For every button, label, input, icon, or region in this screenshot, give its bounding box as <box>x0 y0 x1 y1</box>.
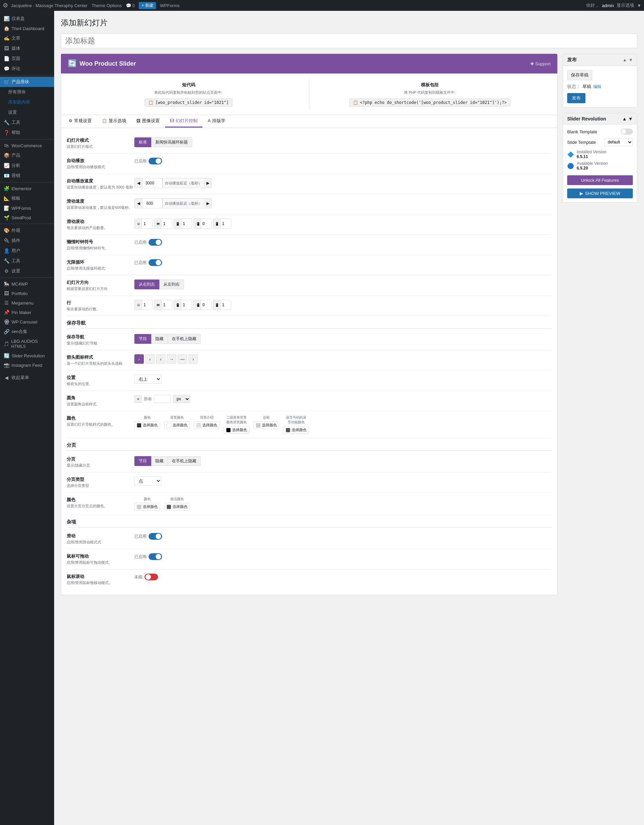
sidebar-item-wpforms[interactable]: 📝 WPForms <box>0 203 54 213</box>
nav-mobile-hide-btn[interactable]: 在手机上隐藏 <box>168 334 201 344</box>
direction-rtl-btn[interactable]: 从右到左 <box>134 280 159 289</box>
sidebar-item-elementor[interactable]: 🧩 Elementor <box>0 184 54 193</box>
sidebar-item-wp-carousel[interactable]: 🎡 WP Carousel <box>0 317 54 326</box>
tab-image[interactable]: 🖼 图像设置 <box>132 115 164 128</box>
sidebar-item-seo[interactable]: 🔗 seo合集 <box>0 326 54 337</box>
arrow-style-6-btn[interactable]: › <box>188 354 198 364</box>
sidebar-item-slider-revolution[interactable]: 🔄 Slider Revolution <box>0 351 54 360</box>
lazy-load-toggle[interactable] <box>148 239 162 246</box>
expand-rev-icon[interactable]: ▼ <box>628 116 633 122</box>
pag-color-btn-1[interactable]: 选择颜色 <box>134 503 160 511</box>
site-name[interactable]: Jacqueline · Massage Theraphy Center <box>11 3 88 8</box>
sidebar-item-plugins[interactable]: 🔌 插件 <box>0 235 54 246</box>
sidebar-item-slider[interactable]: 🛒 产品滑块 <box>0 77 54 87</box>
position-select[interactable]: 右上 左上 右下 左下 中间 <box>134 375 161 384</box>
username-text[interactable]: admin <box>602 3 614 8</box>
sidebar-item-posts[interactable]: ✍ 文章 <box>0 33 54 43</box>
tab-slide-control[interactable]: 🎞 幻灯片控制 <box>165 115 202 128</box>
border-radius-unit-select[interactable]: px em % <box>173 395 190 403</box>
template-copy-btn[interactable]: 📋 <?php echo do_shortcode('[woo_product_… <box>349 99 510 107</box>
sidebar-item-instagram-feed[interactable]: 📸 Instagram Feed <box>0 360 54 370</box>
sidebar-item-the4[interactable]: 🏠 The4 Dashboard <box>0 24 54 33</box>
support-link[interactable]: ✚ Support <box>530 61 551 66</box>
tab-display[interactable]: 📋 显示选项 <box>97 115 131 128</box>
rows-tablet2-input[interactable] <box>201 300 211 310</box>
rows-mobile-input[interactable] <box>221 300 231 310</box>
scroll-move-tablet-input[interactable] <box>181 219 192 229</box>
arrow-style-3-btn[interactable]: › <box>156 354 165 364</box>
mouse-drag-toggle[interactable] <box>148 553 162 560</box>
swipe-toggle[interactable] <box>148 533 162 540</box>
theme-options[interactable]: Theme Options <box>92 3 122 8</box>
nav-show-btn[interactable]: 节目 <box>134 334 151 344</box>
sidebar-item-woocommerce[interactable]: 🛍 WooCommerce <box>0 141 54 150</box>
publish-btn[interactable]: 发布 <box>567 93 585 103</box>
color-btn-6[interactable]: 选择颜色 <box>283 426 309 434</box>
sidebar-item-help[interactable]: ❓ 帮助 <box>0 128 54 138</box>
scroll-speed-increment-btn[interactable]: ▶ <box>204 199 212 208</box>
pagination-type-select[interactable]: 点 数字 线条 <box>134 476 161 485</box>
scroll-move-tablet2-input[interactable] <box>201 219 211 229</box>
title-input[interactable] <box>61 34 637 48</box>
sidebar-item-appearance[interactable]: 🎨 外观 <box>0 226 54 235</box>
collapse-rev-icon[interactable]: ▲ <box>622 116 627 122</box>
direction-ltr-btn[interactable]: 从左到右 <box>159 280 184 289</box>
sidebar-item-add-content[interactable]: 添加新内容 <box>0 97 54 107</box>
arrow-style-1-btn[interactable]: › <box>134 354 144 364</box>
slide-mode-ticker-btn[interactable]: 新闻快讯循环标题 <box>151 138 192 147</box>
sidebar-item-users[interactable]: 👤 用户 <box>0 246 54 256</box>
sidebar-item-tools[interactable]: 🔧 工具 <box>0 117 54 128</box>
rows-tablet-input[interactable] <box>181 300 192 310</box>
sidebar-item-megamenu[interactable]: ☰ Megamenu <box>0 298 54 307</box>
comments-link[interactable]: 💬 0 <box>126 3 135 8</box>
tab-general[interactable]: ⚙ 常规设置 <box>64 115 96 128</box>
sidebar-item-analytics[interactable]: 📈 分析 <box>0 161 54 170</box>
sidebar-item-dashboard[interactable]: 📊 仪表盘 <box>0 14 54 24</box>
slide-mode-standard-btn[interactable]: 标准 <box>134 138 151 147</box>
sidebar-item-products[interactable]: 📦 产品 <box>0 150 54 161</box>
nav-hide-btn[interactable]: 隐藏 <box>151 334 168 344</box>
scroll-speed-input[interactable] <box>142 199 162 208</box>
rows-laptop-input[interactable] <box>162 300 172 310</box>
wpforms-link[interactable]: WPForms <box>160 3 180 8</box>
autoplay-speed-increment-btn[interactable]: ▶ <box>204 178 212 188</box>
status-edit-link[interactable]: 编辑 <box>593 84 601 90</box>
pag-color-btn-2[interactable]: 选择颜色 <box>164 503 190 511</box>
color-btn-1[interactable]: 选择颜色 <box>134 421 160 429</box>
expand-publish-icon[interactable]: ▼ <box>629 57 633 62</box>
sidebar-item-templates[interactable]: 📐 模板 <box>0 193 54 203</box>
blank-template-toggle[interactable] <box>621 128 633 135</box>
scroll-speed-decrement-btn[interactable]: ◀ <box>135 199 142 208</box>
sidebar-item-collapse[interactable]: ◀ 收起菜单 <box>0 372 54 383</box>
sidebar-item-mc4wp[interactable]: 🎠 MC4WP <box>0 279 54 289</box>
shortcode-copy-btn[interactable]: 📋 [woo_product_slider id="1021"] <box>145 99 233 107</box>
show-preview-btn[interactable]: ▶ SHOW PREVIEW <box>567 188 633 198</box>
pagination-hide-btn[interactable]: 隐藏 <box>151 456 168 466</box>
new-content-btn[interactable]: + 新建 <box>139 2 156 9</box>
save-draft-btn[interactable]: 保存草稿 <box>567 70 592 80</box>
color-btn-4[interactable]: 选择颜色 <box>224 426 249 434</box>
sidebar-item-tools2[interactable]: 🔧 工具 <box>0 256 54 266</box>
border-radius-input[interactable] <box>154 395 171 403</box>
autoplay-toggle[interactable] <box>148 158 162 164</box>
autoplay-speed-input[interactable] <box>142 178 162 188</box>
sidebar-item-pin-maker[interactable]: 📌 Pin Maker <box>0 307 54 317</box>
pagination-show-btn[interactable]: 节目 <box>134 456 151 466</box>
sidebar-item-comments[interactable]: 💬 评论 <box>0 63 54 74</box>
sidebar-item-settings[interactable]: 设置 <box>0 107 54 117</box>
arrow-style-4-btn[interactable]: → <box>167 354 176 364</box>
sidebar-item-marketing[interactable]: 📧 营销 <box>0 170 54 181</box>
arrow-style-2-btn[interactable]: › <box>145 354 154 364</box>
collapse-publish-icon[interactable]: ▲ <box>623 57 627 62</box>
touch-move-toggle[interactable] <box>145 573 158 580</box>
color-btn-5[interactable]: 选择颜色 <box>253 421 279 429</box>
pagination-mobile-hide-btn[interactable]: 在手机上隐藏 <box>168 456 201 466</box>
autoplay-speed-decrement-btn[interactable]: ◀ <box>135 178 142 188</box>
infinite-loop-toggle[interactable] <box>148 259 162 266</box>
sidebar-item-settings2[interactable]: ⚙ 设置 <box>0 266 54 276</box>
scroll-move-laptop-input[interactable] <box>162 219 172 229</box>
slide-template-select[interactable]: default <box>604 138 633 146</box>
tab-typography[interactable]: A 排版学 <box>203 115 230 128</box>
sidebar-item-all-sliders[interactable]: 所有滑块 <box>0 87 54 97</box>
sidebar-item-pages[interactable]: 📄 页面 <box>0 54 54 63</box>
